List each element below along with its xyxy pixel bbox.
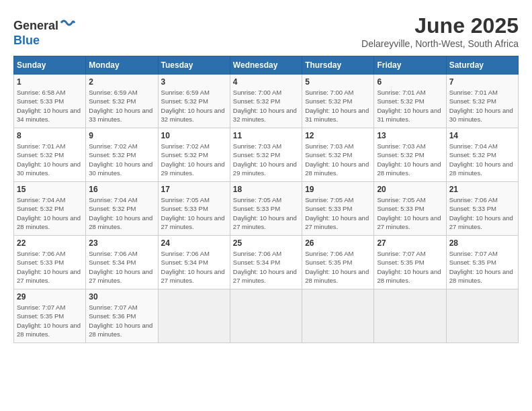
calendar-cell: 16Sunrise: 7:04 AM Sunset: 5:32 PM Dayli… [86,182,158,236]
calendar-cell: 2Sunrise: 6:59 AM Sunset: 5:32 PM Daylig… [86,75,158,128]
header-friday: Friday [374,56,446,75]
day-number: 24 [161,238,227,248]
day-info: Sunrise: 7:00 AM Sunset: 5:32 PM Dayligh… [305,88,371,124]
day-number: 26 [305,238,371,248]
day-number: 3 [161,77,227,87]
day-info: Sunrise: 7:01 AM Sunset: 5:32 PM Dayligh… [377,88,443,124]
day-number: 14 [449,131,515,140]
calendar-cell [446,289,518,343]
calendar-cell: 17Sunrise: 7:05 AM Sunset: 5:33 PM Dayli… [158,182,230,236]
day-number: 18 [233,185,299,194]
day-number: 6 [377,77,443,87]
calendar-cell: 18Sunrise: 7:05 AM Sunset: 5:33 PM Dayli… [230,182,302,236]
day-number: 21 [449,185,515,194]
calendar-cell: 13Sunrise: 7:03 AM Sunset: 5:32 PM Dayli… [374,128,446,182]
day-info: Sunrise: 7:04 AM Sunset: 5:32 PM Dayligh… [89,195,154,231]
calendar-cell: 19Sunrise: 7:05 AM Sunset: 5:33 PM Dayli… [302,182,374,236]
calendar-cell: 7Sunrise: 7:01 AM Sunset: 5:32 PM Daylig… [446,75,518,128]
calendar-cell: 25Sunrise: 7:06 AM Sunset: 5:34 PM Dayli… [230,236,302,289]
day-number: 25 [233,238,299,248]
calendar-cell: 29Sunrise: 7:07 AM Sunset: 5:35 PM Dayli… [14,289,86,343]
calendar-cell: 8Sunrise: 7:01 AM Sunset: 5:32 PM Daylig… [14,128,86,182]
calendar-cell: 21Sunrise: 7:06 AM Sunset: 5:33 PM Dayli… [446,182,518,236]
day-info: Sunrise: 7:01 AM Sunset: 5:32 PM Dayligh… [17,142,83,177]
day-info: Sunrise: 7:06 AM Sunset: 5:35 PM Dayligh… [305,249,371,285]
logo: General Blue [13,13,76,48]
day-info: Sunrise: 7:07 AM Sunset: 5:36 PM Dayligh… [89,303,154,338]
day-info: Sunrise: 6:59 AM Sunset: 5:32 PM Dayligh… [161,88,227,124]
calendar-cell: 14Sunrise: 7:04 AM Sunset: 5:32 PM Dayli… [446,128,518,182]
calendar-cell: 9Sunrise: 7:02 AM Sunset: 5:32 PM Daylig… [86,128,158,182]
calendar-cell: 6Sunrise: 7:01 AM Sunset: 5:32 PM Daylig… [374,75,446,128]
calendar-cell: 24Sunrise: 7:06 AM Sunset: 5:34 PM Dayli… [158,236,230,289]
day-number: 2 [89,77,154,87]
calendar-cell [158,289,230,343]
calendar-cell: 27Sunrise: 7:07 AM Sunset: 5:35 PM Dayli… [374,236,446,289]
day-info: Sunrise: 6:59 AM Sunset: 5:32 PM Dayligh… [89,88,154,124]
calendar-week-row: 15Sunrise: 7:04 AM Sunset: 5:32 PM Dayli… [14,182,519,236]
calendar-week-row: 1Sunrise: 6:58 AM Sunset: 5:33 PM Daylig… [14,75,519,128]
calendar-header-row: SundayMondayTuesdayWednesdayThursdayFrid… [14,56,519,75]
day-number: 4 [233,77,299,87]
day-number: 13 [377,131,443,140]
day-info: Sunrise: 7:06 AM Sunset: 5:33 PM Dayligh… [17,249,83,285]
day-info: Sunrise: 7:03 AM Sunset: 5:32 PM Dayligh… [305,142,371,177]
day-info: Sunrise: 7:07 AM Sunset: 5:35 PM Dayligh… [449,249,515,285]
calendar-table: SundayMondayTuesdayWednesdayThursdayFrid… [13,56,519,343]
header-wednesday: Wednesday [230,56,302,75]
day-info: Sunrise: 7:04 AM Sunset: 5:32 PM Dayligh… [449,142,515,177]
calendar-cell: 12Sunrise: 7:03 AM Sunset: 5:32 PM Dayli… [302,128,374,182]
day-info: Sunrise: 7:07 AM Sunset: 5:35 PM Dayligh… [17,303,83,338]
day-info: Sunrise: 7:06 AM Sunset: 5:34 PM Dayligh… [233,249,299,285]
day-number: 16 [89,185,154,194]
header-tuesday: Tuesday [158,56,230,75]
day-number: 5 [305,77,371,87]
calendar-cell: 3Sunrise: 6:59 AM Sunset: 5:32 PM Daylig… [158,75,230,128]
calendar-cell: 22Sunrise: 7:06 AM Sunset: 5:33 PM Dayli… [14,236,86,289]
calendar-cell: 30Sunrise: 7:07 AM Sunset: 5:36 PM Dayli… [86,289,158,343]
day-number: 8 [17,131,83,140]
header-monday: Monday [86,56,158,75]
calendar-cell: 23Sunrise: 7:06 AM Sunset: 5:34 PM Dayli… [86,236,158,289]
calendar-week-row: 22Sunrise: 7:06 AM Sunset: 5:33 PM Dayli… [14,236,519,289]
day-number: 23 [89,238,154,248]
day-number: 19 [305,185,371,194]
day-number: 10 [161,131,227,140]
day-number: 30 [89,292,154,302]
day-info: Sunrise: 7:03 AM Sunset: 5:32 PM Dayligh… [233,142,299,177]
day-number: 7 [449,77,515,87]
day-number: 28 [449,238,515,248]
day-info: Sunrise: 7:05 AM Sunset: 5:33 PM Dayligh… [377,195,443,231]
day-info: Sunrise: 7:05 AM Sunset: 5:33 PM Dayligh… [161,195,227,231]
day-info: Sunrise: 7:05 AM Sunset: 5:33 PM Dayligh… [305,195,371,231]
day-number: 1 [17,77,83,87]
header-thursday: Thursday [302,56,374,75]
logo-wave-icon [60,13,76,30]
calendar-cell: 11Sunrise: 7:03 AM Sunset: 5:32 PM Dayli… [230,128,302,182]
calendar-cell: 5Sunrise: 7:00 AM Sunset: 5:32 PM Daylig… [302,75,374,128]
calendar-cell [230,289,302,343]
calendar-cell: 26Sunrise: 7:06 AM Sunset: 5:35 PM Dayli… [302,236,374,289]
day-number: 22 [17,238,83,248]
title-section: June 2025 Delareyville, North-West, Sout… [361,13,519,49]
subtitle: Delareyville, North-West, South Africa [361,38,519,49]
day-info: Sunrise: 6:58 AM Sunset: 5:33 PM Dayligh… [17,88,83,124]
day-number: 9 [89,131,154,140]
calendar-week-row: 29Sunrise: 7:07 AM Sunset: 5:35 PM Dayli… [14,289,519,343]
calendar-cell [374,289,446,343]
day-number: 15 [17,185,83,194]
day-info: Sunrise: 7:05 AM Sunset: 5:33 PM Dayligh… [233,195,299,231]
day-info: Sunrise: 7:06 AM Sunset: 5:34 PM Dayligh… [89,249,154,285]
day-info: Sunrise: 7:02 AM Sunset: 5:32 PM Dayligh… [89,142,154,177]
calendar-cell: 20Sunrise: 7:05 AM Sunset: 5:33 PM Dayli… [374,182,446,236]
header-saturday: Saturday [446,56,518,75]
day-info: Sunrise: 7:00 AM Sunset: 5:32 PM Dayligh… [233,88,299,124]
calendar-cell [302,289,374,343]
main-title: June 2025 [361,13,519,38]
header-sunday: Sunday [14,56,86,75]
day-info: Sunrise: 7:06 AM Sunset: 5:33 PM Dayligh… [449,195,515,231]
day-number: 20 [377,185,443,194]
day-number: 17 [161,185,227,194]
logo-blue: Blue [13,34,40,47]
day-number: 11 [233,131,299,140]
